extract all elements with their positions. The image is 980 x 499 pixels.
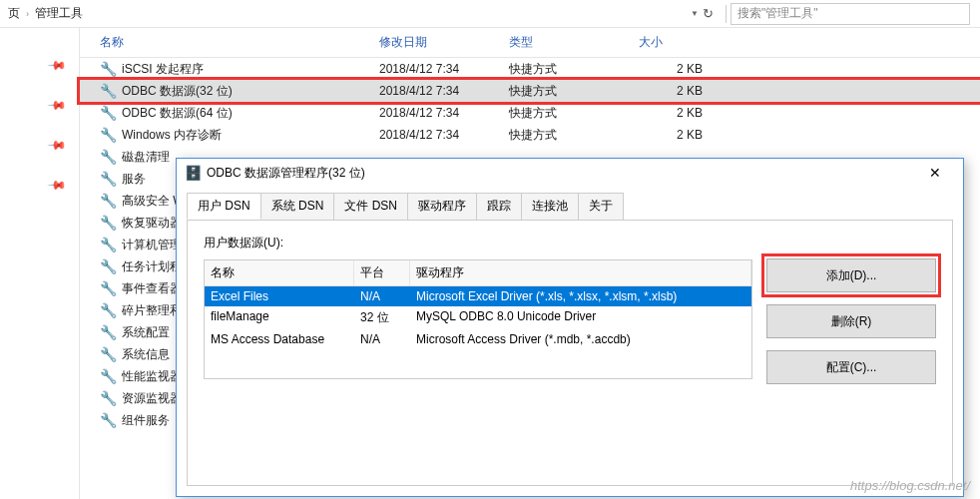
breadcrumb-part[interactable]: 页 — [8, 5, 20, 22]
file-name: 系统配置 — [122, 324, 170, 341]
shortcut-icon: 🔧 — [100, 368, 116, 384]
breadcrumb-part[interactable]: 管理工具 — [35, 5, 83, 22]
tab-strip: 用户 DSN系统 DSN文件 DSN驱动程序跟踪连接池关于 — [177, 187, 963, 220]
file-name: 恢复驱动器 — [122, 215, 182, 232]
shortcut-icon: 🔧 — [100, 105, 116, 121]
shortcut-icon: 🔧 — [100, 302, 116, 318]
dsn-col-name[interactable]: 名称 — [205, 260, 354, 285]
remove-button[interactable]: 删除(R) — [766, 304, 936, 338]
dsn-name: fileManage — [205, 306, 354, 329]
breadcrumb[interactable]: 页 › 管理工具 — [4, 5, 691, 22]
file-name: 组件服务 — [122, 412, 170, 429]
file-date: 2018/4/12 7:34 — [371, 128, 501, 142]
odbc-dialog: 🗄️ ODBC 数据源管理程序(32 位) ✕ 用户 DSN系统 DSN文件 D… — [176, 158, 964, 497]
divider — [726, 5, 727, 23]
tab-0[interactable]: 用户 DSN — [187, 193, 261, 220]
file-name: 事件查看器 — [122, 280, 182, 297]
file-type: 快捷方式 — [501, 105, 631, 122]
app-icon: 🗄️ — [185, 165, 201, 181]
file-row[interactable]: 🔧ODBC 数据源(32 位)2018/4/12 7:34快捷方式2 KB — [80, 80, 980, 102]
pin-icon: 📌 — [47, 55, 68, 76]
shortcut-icon: 🔧 — [100, 280, 116, 296]
shortcut-icon: 🔧 — [100, 215, 116, 231]
add-button[interactable]: 添加(D)... — [766, 258, 936, 292]
dsn-name: Excel Files — [205, 286, 354, 306]
file-name: ODBC 数据源(64 位) — [122, 105, 233, 122]
close-icon[interactable]: ✕ — [915, 165, 955, 181]
chevron-down-icon[interactable]: ▼ — [691, 9, 699, 18]
search-placeholder: 搜索"管理工具" — [737, 5, 818, 22]
shortcut-icon: 🔧 — [100, 83, 116, 99]
dsn-name: MS Access Database — [205, 329, 354, 349]
dialog-titlebar[interactable]: 🗄️ ODBC 数据源管理程序(32 位) ✕ — [177, 159, 963, 187]
shortcut-icon: 🔧 — [100, 324, 116, 340]
pin-icon: 📌 — [47, 135, 68, 156]
tab-5[interactable]: 连接池 — [521, 193, 579, 220]
file-name: Windows 内存诊断 — [122, 127, 222, 144]
dsn-driver: Microsoft Excel Driver (*.xls, *.xlsx, *… — [410, 286, 751, 306]
shortcut-icon: 🔧 — [100, 127, 116, 143]
shortcut-icon: 🔧 — [100, 237, 116, 252]
shortcut-icon: 🔧 — [100, 193, 116, 209]
file-date: 2018/4/12 7:34 — [371, 84, 501, 98]
dsn-platform: 32 位 — [354, 306, 410, 329]
file-size: 2 KB — [631, 62, 711, 76]
file-size: 2 KB — [631, 106, 711, 120]
column-header-name[interactable]: 名称 — [92, 28, 371, 57]
column-header-modified[interactable]: 修改日期 — [371, 28, 501, 57]
search-input[interactable]: 搜索"管理工具" — [731, 3, 970, 25]
configure-button[interactable]: 配置(C)... — [766, 350, 936, 384]
pin-icon: 📌 — [47, 95, 68, 116]
file-row[interactable]: 🔧ODBC 数据源(64 位)2018/4/12 7:34快捷方式2 KB — [80, 102, 980, 124]
dsn-row[interactable]: fileManage32 位MySQL ODBC 8.0 Unicode Dri… — [205, 306, 751, 329]
dsn-row[interactable]: MS Access DatabaseN/AMicrosoft Access Dr… — [205, 329, 751, 349]
shortcut-icon: 🔧 — [100, 61, 116, 77]
dsn-driver: MySQL ODBC 8.0 Unicode Driver — [410, 306, 751, 329]
dsn-platform: N/A — [354, 286, 410, 306]
dsn-col-platform[interactable]: 平台 — [354, 260, 410, 285]
file-type: 快捷方式 — [501, 127, 631, 144]
dsn-driver: Microsoft Access Driver (*.mdb, *.accdb) — [410, 329, 751, 349]
shortcut-icon: 🔧 — [100, 171, 116, 187]
dialog-button-column: 添加(D)... 删除(R) 配置(C)... — [766, 235, 936, 471]
refresh-icon[interactable]: ↻ — [703, 6, 714, 21]
file-type: 快捷方式 — [501, 61, 631, 78]
file-date: 2018/4/12 7:34 — [371, 62, 501, 76]
tab-3[interactable]: 驱动程序 — [407, 193, 477, 220]
file-row[interactable]: 🔧iSCSI 发起程序2018/4/12 7:34快捷方式2 KB — [80, 58, 980, 80]
column-header-row: 名称 修改日期 类型 大小 — [80, 28, 980, 58]
user-dsn-label: 用户数据源(U): — [204, 235, 752, 251]
tab-4[interactable]: 跟踪 — [476, 193, 522, 220]
quick-access-pane: 📌 📌 📌 📌 — [0, 28, 80, 499]
dsn-table: 名称 平台 驱动程序 Excel FilesN/AMicrosoft Excel… — [204, 259, 752, 379]
file-name: 系统信息 — [122, 346, 170, 363]
shortcut-icon: 🔧 — [100, 346, 116, 362]
file-row[interactable]: 🔧Windows 内存诊断2018/4/12 7:34快捷方式2 KB — [80, 124, 980, 146]
dsn-platform: N/A — [354, 329, 410, 349]
file-name: ODBC 数据源(32 位) — [122, 83, 233, 100]
tab-1[interactable]: 系统 DSN — [260, 193, 335, 220]
dialog-title: ODBC 数据源管理程序(32 位) — [207, 165, 915, 182]
file-date: 2018/4/12 7:34 — [371, 106, 501, 120]
shortcut-icon: 🔧 — [100, 412, 116, 428]
file-size: 2 KB — [631, 128, 711, 142]
column-header-type[interactable]: 类型 — [501, 28, 631, 57]
shortcut-icon: 🔧 — [100, 258, 116, 274]
tab-content: 用户数据源(U): 名称 平台 驱动程序 Excel FilesN/AMicro… — [187, 220, 953, 486]
breadcrumb-sep-icon: › — [26, 9, 29, 19]
dsn-table-header: 名称 平台 驱动程序 — [205, 260, 751, 286]
pin-icon: 📌 — [47, 175, 68, 196]
tab-2[interactable]: 文件 DSN — [333, 193, 408, 220]
file-name: 计算机管理 — [122, 237, 182, 253]
shortcut-icon: 🔧 — [100, 149, 116, 165]
shortcut-icon: 🔧 — [100, 390, 116, 406]
file-size: 2 KB — [631, 84, 711, 98]
file-name: 性能监视器 — [122, 368, 182, 385]
file-name: 服务 — [122, 171, 146, 188]
file-name: 磁盘清理 — [122, 149, 170, 166]
address-bar: 页 › 管理工具 ▼ ↻ 搜索"管理工具" — [0, 0, 980, 28]
dsn-row[interactable]: Excel FilesN/AMicrosoft Excel Driver (*.… — [205, 286, 751, 306]
column-header-size[interactable]: 大小 — [631, 28, 711, 57]
dsn-col-driver[interactable]: 驱动程序 — [410, 260, 751, 285]
tab-6[interactable]: 关于 — [578, 193, 624, 220]
